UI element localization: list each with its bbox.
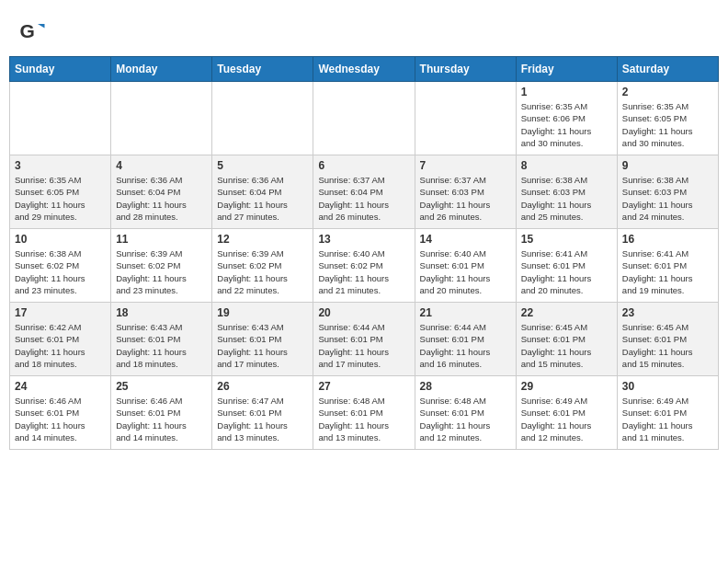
- day-info: Sunrise: 6:49 AM Sunset: 6:01 PM Dayligh…: [521, 395, 612, 443]
- day-number: 13: [318, 233, 409, 246]
- day-number: 12: [217, 233, 308, 246]
- day-number: 9: [622, 159, 713, 172]
- day-number: 1: [521, 86, 612, 98]
- day-number: 20: [318, 306, 409, 319]
- calendar-cell: 20Sunrise: 6:44 AM Sunset: 6:01 PM Dayli…: [313, 303, 415, 376]
- day-info: Sunrise: 6:41 AM Sunset: 6:01 PM Dayligh…: [521, 247, 612, 296]
- calendar-cell: 15Sunrise: 6:41 AM Sunset: 6:01 PM Dayli…: [516, 229, 617, 303]
- calendar-cell: [313, 82, 415, 155]
- day-info: Sunrise: 6:35 AM Sunset: 6:05 PM Dayligh…: [622, 100, 713, 149]
- calendar-table: SundayMondayTuesdayWednesdayThursdayFrid…: [9, 56, 719, 450]
- calendar-week-row: 1Sunrise: 6:35 AM Sunset: 6:06 PM Daylig…: [10, 82, 719, 155]
- calendar-cell: 13Sunrise: 6:40 AM Sunset: 6:02 PM Dayli…: [313, 229, 415, 303]
- calendar-cell: 19Sunrise: 6:43 AM Sunset: 6:01 PM Dayli…: [212, 303, 313, 376]
- calendar-cell: 6Sunrise: 6:37 AM Sunset: 6:04 PM Daylig…: [313, 155, 415, 229]
- day-info: Sunrise: 6:35 AM Sunset: 6:05 PM Dayligh…: [15, 174, 106, 223]
- day-info: Sunrise: 6:48 AM Sunset: 6:01 PM Dayligh…: [318, 395, 409, 443]
- calendar-cell: 9Sunrise: 6:38 AM Sunset: 6:03 PM Daylig…: [617, 155, 718, 229]
- day-info: Sunrise: 6:38 AM Sunset: 6:02 PM Dayligh…: [15, 247, 106, 296]
- day-info: Sunrise: 6:35 AM Sunset: 6:06 PM Dayligh…: [521, 100, 612, 149]
- svg-marker-1: [38, 24, 45, 29]
- day-number: 29: [521, 380, 612, 393]
- day-number: 16: [622, 233, 713, 246]
- calendar-cell: [111, 82, 212, 155]
- day-number: 14: [420, 233, 511, 246]
- weekday-header: Thursday: [415, 57, 516, 82]
- day-info: Sunrise: 6:46 AM Sunset: 6:01 PM Dayligh…: [116, 395, 207, 443]
- day-info: Sunrise: 6:44 AM Sunset: 6:01 PM Dayligh…: [318, 321, 409, 370]
- day-info: Sunrise: 6:49 AM Sunset: 6:01 PM Dayligh…: [622, 395, 713, 443]
- day-info: Sunrise: 6:38 AM Sunset: 6:03 PM Dayligh…: [521, 174, 612, 223]
- svg-text:G: G: [20, 20, 35, 41]
- day-info: Sunrise: 6:37 AM Sunset: 6:04 PM Dayligh…: [318, 174, 409, 223]
- day-info: Sunrise: 6:39 AM Sunset: 6:02 PM Dayligh…: [217, 247, 308, 296]
- day-number: 28: [420, 380, 511, 393]
- calendar-cell: 26Sunrise: 6:47 AM Sunset: 6:01 PM Dayli…: [212, 376, 313, 450]
- weekday-header: Friday: [516, 57, 617, 82]
- day-info: Sunrise: 6:39 AM Sunset: 6:02 PM Dayligh…: [116, 247, 207, 296]
- day-number: 25: [116, 380, 207, 393]
- calendar-cell: 16Sunrise: 6:41 AM Sunset: 6:01 PM Dayli…: [617, 229, 718, 303]
- day-info: Sunrise: 6:43 AM Sunset: 6:01 PM Dayligh…: [217, 321, 308, 370]
- logo: G: [18, 18, 50, 46]
- calendar-cell: 28Sunrise: 6:48 AM Sunset: 6:01 PM Dayli…: [415, 376, 516, 450]
- day-number: 21: [420, 306, 511, 319]
- day-info: Sunrise: 6:36 AM Sunset: 6:04 PM Dayligh…: [217, 174, 308, 223]
- day-number: 30: [622, 380, 713, 393]
- weekday-header: Tuesday: [212, 57, 313, 82]
- calendar-cell: 14Sunrise: 6:40 AM Sunset: 6:01 PM Dayli…: [415, 229, 516, 303]
- day-info: Sunrise: 6:46 AM Sunset: 6:01 PM Dayligh…: [15, 395, 106, 443]
- weekday-header: Monday: [111, 57, 212, 82]
- day-number: 24: [15, 380, 106, 393]
- calendar-week-row: 3Sunrise: 6:35 AM Sunset: 6:05 PM Daylig…: [10, 155, 719, 229]
- day-number: 27: [318, 380, 409, 393]
- weekday-header-row: SundayMondayTuesdayWednesdayThursdayFrid…: [10, 57, 719, 82]
- day-info: Sunrise: 6:37 AM Sunset: 6:03 PM Dayligh…: [420, 174, 511, 223]
- day-info: Sunrise: 6:41 AM Sunset: 6:01 PM Dayligh…: [622, 247, 713, 296]
- day-info: Sunrise: 6:45 AM Sunset: 6:01 PM Dayligh…: [521, 321, 612, 370]
- day-number: 15: [521, 233, 612, 246]
- day-number: 17: [15, 306, 106, 319]
- day-info: Sunrise: 6:43 AM Sunset: 6:01 PM Dayligh…: [116, 321, 207, 370]
- calendar-cell: 27Sunrise: 6:48 AM Sunset: 6:01 PM Dayli…: [313, 376, 415, 450]
- weekday-header: Saturday: [617, 57, 718, 82]
- calendar-cell: 10Sunrise: 6:38 AM Sunset: 6:02 PM Dayli…: [10, 229, 111, 303]
- day-number: 6: [318, 159, 409, 172]
- day-info: Sunrise: 6:47 AM Sunset: 6:01 PM Dayligh…: [217, 395, 308, 443]
- weekday-header: Sunday: [10, 57, 111, 82]
- calendar-cell: 7Sunrise: 6:37 AM Sunset: 6:03 PM Daylig…: [415, 155, 516, 229]
- logo-icon: G: [18, 18, 46, 46]
- day-number: 3: [15, 159, 106, 172]
- calendar-header: G: [9, 9, 719, 51]
- day-number: 10: [15, 233, 106, 246]
- calendar-cell: [212, 82, 313, 155]
- day-info: Sunrise: 6:38 AM Sunset: 6:03 PM Dayligh…: [622, 174, 713, 223]
- calendar-cell: [415, 82, 516, 155]
- day-info: Sunrise: 6:48 AM Sunset: 6:01 PM Dayligh…: [420, 395, 511, 443]
- calendar-cell: 5Sunrise: 6:36 AM Sunset: 6:04 PM Daylig…: [212, 155, 313, 229]
- day-info: Sunrise: 6:44 AM Sunset: 6:01 PM Dayligh…: [420, 321, 511, 370]
- day-number: 19: [217, 306, 308, 319]
- weekday-header: Wednesday: [313, 57, 415, 82]
- calendar-cell: 24Sunrise: 6:46 AM Sunset: 6:01 PM Dayli…: [10, 376, 111, 450]
- day-number: 22: [521, 306, 612, 319]
- calendar-cell: 18Sunrise: 6:43 AM Sunset: 6:01 PM Dayli…: [111, 303, 212, 376]
- calendar-cell: 30Sunrise: 6:49 AM Sunset: 6:01 PM Dayli…: [617, 376, 718, 450]
- day-number: 4: [116, 159, 207, 172]
- day-info: Sunrise: 6:42 AM Sunset: 6:01 PM Dayligh…: [15, 321, 106, 370]
- calendar-cell: 12Sunrise: 6:39 AM Sunset: 6:02 PM Dayli…: [212, 229, 313, 303]
- calendar-cell: 23Sunrise: 6:45 AM Sunset: 6:01 PM Dayli…: [617, 303, 718, 376]
- calendar-cell: 17Sunrise: 6:42 AM Sunset: 6:01 PM Dayli…: [10, 303, 111, 376]
- calendar-cell: 22Sunrise: 6:45 AM Sunset: 6:01 PM Dayli…: [516, 303, 617, 376]
- day-number: 5: [217, 159, 308, 172]
- day-number: 23: [622, 306, 713, 319]
- calendar-week-row: 24Sunrise: 6:46 AM Sunset: 6:01 PM Dayli…: [10, 376, 719, 450]
- calendar-cell: 11Sunrise: 6:39 AM Sunset: 6:02 PM Dayli…: [111, 229, 212, 303]
- day-number: 7: [420, 159, 511, 172]
- calendar-cell: 8Sunrise: 6:38 AM Sunset: 6:03 PM Daylig…: [516, 155, 617, 229]
- calendar-cell: 29Sunrise: 6:49 AM Sunset: 6:01 PM Dayli…: [516, 376, 617, 450]
- day-info: Sunrise: 6:40 AM Sunset: 6:02 PM Dayligh…: [318, 247, 409, 296]
- day-number: 11: [116, 233, 207, 246]
- calendar-week-row: 10Sunrise: 6:38 AM Sunset: 6:02 PM Dayli…: [10, 229, 719, 303]
- day-number: 26: [217, 380, 308, 393]
